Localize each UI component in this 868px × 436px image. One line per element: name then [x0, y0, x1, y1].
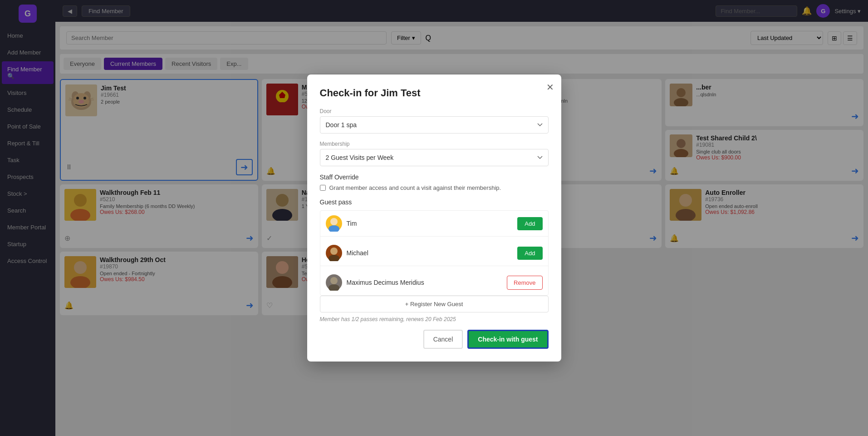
register-new-guest-button[interactable]: + Register New Guest	[320, 296, 549, 312]
svg-point-43	[330, 218, 338, 225]
staff-override-title: Staff Override	[320, 173, 549, 181]
guest-avatar-michael	[326, 245, 342, 261]
svg-point-46	[329, 255, 339, 261]
door-select[interactable]: Door 1 spa	[320, 116, 549, 134]
passes-info: Member has 1/2 passes remaining, renews …	[320, 316, 549, 322]
modal-overlay[interactable]: ✕ Check-in for Jim Test Door Door 1 spa …	[0, 0, 868, 436]
svg-point-44	[329, 225, 339, 232]
door-label: Door	[320, 108, 549, 114]
add-guest-tim-button[interactable]: Add	[517, 217, 542, 230]
guest-avatar-tim	[326, 215, 342, 232]
modal-footer: Cancel Check-in with guest	[320, 330, 549, 349]
guest-list: Tim Add Michael Add Maximus Decimu	[320, 210, 549, 296]
svg-point-47	[330, 277, 338, 284]
membership-select[interactable]: 2 Guest Visits per Week	[320, 149, 549, 166]
add-guest-michael-button[interactable]: Add	[517, 247, 542, 260]
guest-pass-title: Guest pass	[320, 198, 549, 206]
guest-item-michael: Michael Add	[320, 240, 548, 266]
guest-name-michael: Michael	[347, 249, 513, 257]
guest-item-tim: Tim Add	[320, 211, 548, 237]
svg-point-45	[330, 248, 338, 255]
checkin-with-guest-button[interactable]: Check-in with guest	[467, 330, 548, 349]
guest-name-tim: Tim	[347, 220, 513, 227]
svg-point-48	[329, 284, 339, 291]
modal-title: Check-in for Jim Test	[320, 87, 549, 99]
staff-override-label: Grant member access and count a visit ag…	[329, 184, 501, 191]
checkin-modal: ✕ Check-in for Jim Test Door Door 1 spa …	[307, 74, 561, 362]
remove-guest-maximus-button[interactable]: Remove	[507, 276, 542, 290]
guest-name-maximus: Maximus Decimus Meridius	[347, 279, 503, 286]
guest-item-maximus: Maximus Decimus Meridius Remove	[320, 270, 548, 295]
door-form-group: Door Door 1 spa	[320, 108, 549, 134]
guest-avatar-maximus	[326, 274, 342, 291]
modal-close-button[interactable]: ✕	[546, 82, 554, 93]
staff-override-checkbox[interactable]	[320, 185, 326, 191]
membership-form-group: Membership 2 Guest Visits per Week	[320, 141, 549, 166]
staff-override-section: Staff Override Grant member access and c…	[320, 173, 549, 191]
membership-label: Membership	[320, 141, 549, 147]
cancel-button[interactable]: Cancel	[423, 330, 463, 349]
guest-pass-section: Guest pass Tim Add Michael Add	[320, 198, 549, 322]
